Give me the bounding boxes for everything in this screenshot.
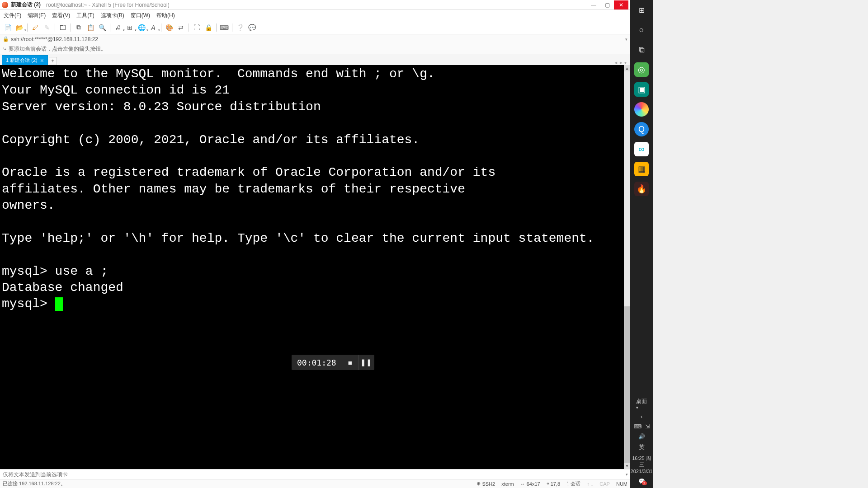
- send-dropdown-icon[interactable]: ▾: [623, 472, 630, 477]
- xshell-taskbar-icon[interactable]: 🔥: [634, 182, 649, 196]
- menu-edit[interactable]: 编辑(E): [28, 12, 46, 19]
- status-connection: 已连接 192.168.11.128:22。: [3, 480, 470, 487]
- print-icon[interactable]: 🖨: [113, 23, 123, 33]
- app-blue-icon[interactable]: Q: [634, 122, 649, 136]
- session-tab-bar: 1 新建会话 (2) × + ◄ ► ▾: [0, 54, 630, 65]
- browser-icon[interactable]: [634, 102, 649, 117]
- close-button[interactable]: ✕: [614, 0, 628, 9]
- color-icon[interactable]: 🎨: [164, 23, 174, 33]
- resize-icon: ↔: [520, 481, 525, 487]
- status-size: 64x17: [527, 481, 540, 487]
- scroll-up-icon[interactable]: ▲: [624, 65, 630, 71]
- clock[interactable]: 16:25 周三 2021/3/31: [630, 455, 653, 474]
- copy-icon[interactable]: ⧉: [74, 23, 84, 33]
- tray-chevron-icon[interactable]: ‹: [641, 413, 642, 420]
- menu-view[interactable]: 查看(V): [52, 12, 70, 19]
- scroll-thumb[interactable]: [624, 306, 630, 463]
- session-tab-active[interactable]: 1 新建会话 (2) ×: [2, 55, 48, 65]
- arrow-down-icon: ↓: [591, 481, 594, 487]
- find-icon[interactable]: 🔍: [97, 23, 107, 33]
- minimize-button[interactable]: —: [587, 0, 600, 9]
- cursor-icon: ⌖: [547, 481, 549, 487]
- chat-icon[interactable]: 💬: [247, 23, 257, 33]
- menu-help[interactable]: 帮助(H): [156, 12, 175, 19]
- send-input[interactable]: [0, 469, 623, 479]
- start-button[interactable]: ⊞: [634, 3, 649, 17]
- reconnect-icon[interactable]: 🖊: [30, 23, 40, 33]
- stop-button[interactable]: ■: [342, 355, 358, 370]
- disconnect-icon[interactable]: ✎: [42, 23, 52, 33]
- menu-bar: 文件(F) 编辑(E) 查看(V) 工具(T) 选项卡(B) 窗口(W) 帮助(…: [0, 10, 630, 21]
- status-num: NUM: [616, 481, 627, 487]
- keyboard-tray-icon[interactable]: ⌨: [634, 423, 642, 430]
- system-tray: 桌面 ▾ ‹ ⌨ ⇲ 🔊 英 16:25 周三 2021/3/31 💬2: [630, 398, 653, 488]
- status-proto: SSH2: [482, 481, 495, 487]
- address-bar[interactable]: 🔒 ssh://root:******@192.168.11.128:22 ▾: [0, 34, 630, 44]
- xshell-window: 新建会话 (2) root@localhost:~ - Xshell 5 (Fr…: [0, 0, 630, 488]
- address-text: ssh://root:******@192.168.11.128:22: [11, 36, 98, 42]
- wifi-icon[interactable]: ⇲: [645, 423, 650, 430]
- arrow-up-icon: ↑: [587, 481, 590, 487]
- keyboard-icon[interactable]: ⌨: [219, 23, 229, 33]
- media-control-overlay: 00:01:28 ■ ❚❚: [292, 355, 374, 370]
- menu-tools[interactable]: 工具(T): [76, 12, 94, 19]
- send-bar: ▾: [0, 469, 630, 479]
- tab-close-icon[interactable]: ×: [40, 57, 44, 64]
- new-session-icon[interactable]: 📄: [3, 23, 13, 33]
- lock-small-icon: 🔒: [3, 36, 9, 42]
- tab-label: 1 新建会话 (2): [6, 57, 38, 64]
- toolbar: 📄 📂 🖊 ✎ 🗔 ⧉ 📋 🔍 🖨 ⊞ 🌐 A 🎨 ⇄ ⛶ 🔒 ⌨: [0, 21, 630, 34]
- status-cap: CAP: [599, 481, 610, 487]
- hint-text: 要添加当前会话，点击左侧的箭头按钮。: [9, 45, 106, 53]
- transfer-icon[interactable]: ⇄: [176, 23, 186, 33]
- tab-prev-icon[interactable]: ◄: [613, 60, 618, 65]
- scroll-down-icon[interactable]: ▼: [624, 463, 630, 469]
- tab-next-icon[interactable]: ►: [619, 60, 623, 65]
- paste-icon[interactable]: 📋: [85, 23, 95, 33]
- fullscreen-icon[interactable]: ⛶: [192, 23, 202, 33]
- window-title: 新建会话 (2): [11, 1, 41, 9]
- pause-button[interactable]: ❚❚: [358, 355, 374, 370]
- status-bar: 已连接 192.168.11.128:22。 ⊕SSH2 xterm ↔64x1…: [0, 479, 630, 488]
- desktop-label[interactable]: 桌面 ▾: [636, 398, 647, 410]
- notifications-icon[interactable]: 💬2: [638, 478, 645, 484]
- window-subtitle: root@localhost:~ - Xshell 5 (Free for Ho…: [46, 2, 170, 8]
- menu-window[interactable]: 窗口(W): [131, 12, 150, 19]
- volume-icon[interactable]: 🔊: [638, 433, 645, 440]
- address-dropdown-icon[interactable]: ▾: [625, 37, 627, 42]
- app-icon: [2, 2, 8, 8]
- status-pos: 17,8: [551, 481, 560, 487]
- layout-icon[interactable]: ⊞: [125, 23, 135, 33]
- maximize-button[interactable]: ▢: [600, 0, 614, 9]
- app-green-icon[interactable]: ◎: [634, 62, 649, 77]
- hint-arrow-icon[interactable]: ⤷: [3, 46, 7, 52]
- status-term: xterm: [501, 481, 514, 487]
- windows-taskbar: ⊞ ○ ⧉ ◎ ▣ Q ∞ ▦ 🔥 桌面 ▾ ‹ ⌨ ⇲ 🔊 英 16:25 周…: [630, 0, 653, 488]
- menu-file[interactable]: 文件(F): [4, 12, 21, 19]
- ime-lang[interactable]: 英: [639, 443, 645, 451]
- tab-list-icon[interactable]: ▾: [624, 60, 627, 65]
- help-icon[interactable]: ❔: [235, 23, 245, 33]
- task-view-icon[interactable]: ⧉: [634, 42, 649, 57]
- open-icon[interactable]: 📂: [14, 23, 24, 33]
- media-time: 00:01:28: [292, 358, 342, 367]
- globe-icon: ⊕: [476, 481, 481, 487]
- title-bar: 新建会话 (2) root@localhost:~ - Xshell 5 (Fr…: [0, 0, 630, 10]
- terminal-output[interactable]: Welcome to the MySQL monitor. Commands e…: [0, 65, 624, 469]
- lock-icon[interactable]: 🔒: [203, 23, 213, 33]
- vm-icon[interactable]: ▦: [634, 162, 649, 176]
- app-white-icon[interactable]: ∞: [634, 142, 649, 156]
- properties-icon[interactable]: 🗔: [58, 23, 68, 33]
- hint-bar: ⤷ 要添加当前会话，点击左侧的箭头按钮。: [0, 44, 630, 54]
- app-teal-icon[interactable]: ▣: [634, 82, 649, 97]
- encoding-icon[interactable]: 🌐: [137, 23, 146, 33]
- cortana-icon[interactable]: ○: [634, 23, 649, 37]
- terminal-scrollbar[interactable]: ▲ ▼: [624, 65, 630, 469]
- tab-add-button[interactable]: +: [49, 57, 57, 65]
- menu-tabs[interactable]: 选项卡(B): [101, 12, 124, 19]
- status-sessions: 1 会话: [566, 480, 580, 487]
- font-icon[interactable]: A: [148, 23, 158, 33]
